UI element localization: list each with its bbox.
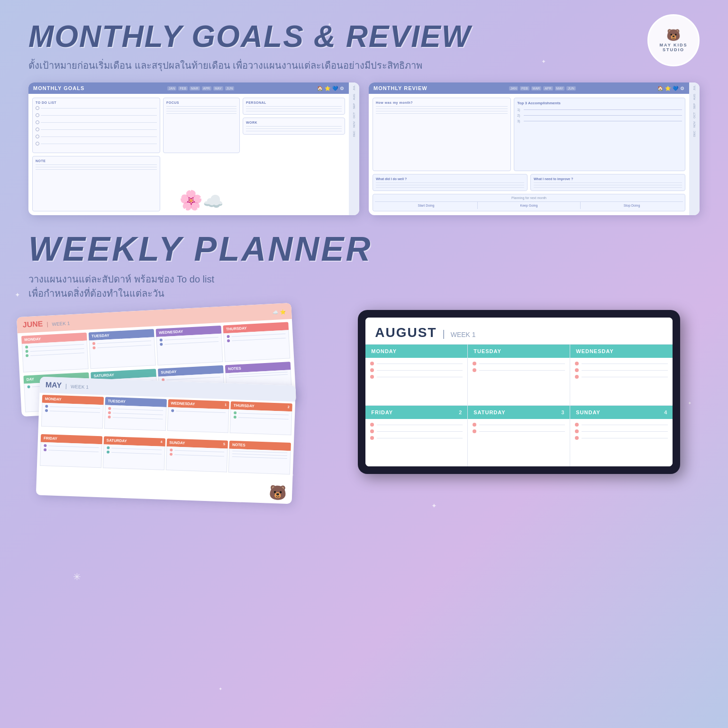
review-mar[interactable]: MAR — [531, 86, 542, 91]
august-divider: | — [443, 328, 445, 339]
aug-saturday-body — [468, 419, 570, 466]
stacked-planners: JUNE | WEEK 1 ☁️ ⭐ MONDAY — [28, 310, 329, 547]
dot — [234, 411, 237, 414]
aug-wednesday-col: WEDNESDAY — [570, 345, 673, 405]
june-month: JUNE — [22, 319, 43, 329]
aug-wednesday-name: WEDNESDAY — [576, 348, 614, 354]
how-month-lines — [376, 106, 508, 114]
review-sheet-inner: MONTHLY REVIEW JAN FEB MAR APR MAY JUN 🏠 — [369, 82, 700, 215]
need-improve-box: What I need to improve ? — [530, 174, 685, 191]
checkbox-1[interactable] — [36, 106, 39, 110]
review-settings-icon[interactable]: ⚙ — [680, 86, 684, 91]
pink-cloud-char: 🌸 — [179, 189, 203, 211]
review-sidebar-sep[interactable]: SEP — [692, 102, 697, 110]
review-sidebar-jul[interactable]: JUL — [692, 84, 697, 91]
checkbox-5[interactable] — [36, 135, 39, 138]
settings-icon[interactable]: ⚙ — [340, 86, 344, 91]
goals-header-icons: 🏠 ⭐ 💙 ⚙ — [317, 86, 344, 91]
dot — [171, 409, 174, 412]
june-week: WEEK 1 — [52, 320, 70, 327]
may-wednesday: WEDNESDAY 1 — [167, 399, 229, 439]
month-may[interactable]: MAY — [213, 86, 223, 91]
sidebar-sep[interactable]: SEP — [352, 102, 356, 110]
dot — [44, 444, 46, 447]
dot — [25, 346, 28, 348]
aug-sunday-num: 4 — [664, 410, 667, 415]
dot — [26, 354, 28, 357]
weekly-subtitle-line1: วางแผนงานแต่ละสัปดาห์ พร้อมช่อง To do li… — [28, 272, 700, 300]
logo-text-line1: MAY KIDS — [659, 43, 687, 47]
focus-label: FOCUS — [166, 101, 237, 104]
review-body: How was my month? Top 3 Accomplishments … — [369, 94, 689, 215]
dot — [169, 453, 172, 455]
tablet-frame: AUGUST | WEEK 1 MONDAY — [358, 310, 680, 474]
aug-dot — [575, 375, 579, 379]
review-feb[interactable]: FEB — [520, 86, 529, 91]
did-well-lines — [376, 182, 524, 188]
sidebar-jul[interactable]: JUL — [352, 84, 356, 91]
review-sidebar-dec[interactable]: DEC — [692, 130, 697, 138]
need-improve-lines — [534, 182, 682, 188]
dot — [92, 346, 95, 349]
aug-dot — [370, 375, 374, 379]
month-mar[interactable]: MAR — [190, 86, 200, 91]
dot — [45, 405, 48, 408]
month-jun[interactable]: JUN — [225, 86, 235, 91]
checkbox-3[interactable] — [36, 120, 39, 124]
heart-icon: 💙 — [332, 86, 338, 91]
blue-cloud-char: ☁️ — [203, 192, 224, 211]
sidebar-aug[interactable]: AUG — [352, 93, 356, 101]
review-apr[interactable]: APR — [543, 86, 553, 91]
review-header-title: MONTHLY REVIEW — [373, 85, 428, 91]
accomp-row-3: 3) — [517, 119, 682, 123]
sidebar-dec[interactable]: DEC — [352, 130, 356, 138]
month-feb[interactable]: FEB — [178, 86, 188, 91]
may-thursday-body — [230, 410, 292, 435]
may-sunday-body — [165, 446, 228, 472]
aug-sunday-name: SUNDAY — [576, 410, 600, 415]
checkbox-2[interactable] — [36, 113, 39, 117]
sidebar-oct[interactable]: OCT — [352, 111, 356, 119]
month-apr[interactable]: APR — [202, 86, 211, 91]
star-icon: ⭐ — [325, 86, 330, 91]
review-may[interactable]: MAY — [555, 86, 565, 91]
month-jan[interactable]: JAN — [167, 86, 176, 91]
june-monday: MONDAY — [21, 333, 89, 374]
aug-sunday-body — [570, 419, 673, 466]
accomp-row-2: 2) — [517, 114, 682, 117]
todo-label: TO DO LIST — [36, 101, 157, 104]
review-sidebar-nov[interactable]: NOV — [692, 120, 697, 128]
dot — [107, 451, 109, 454]
review-right-sidebar: JUL AUG SEP OCT NOV DEC — [689, 82, 700, 215]
aug-dot — [575, 362, 579, 365]
review-jun[interactable]: JUN — [566, 86, 576, 91]
aug-dot — [473, 429, 476, 433]
sidebar-nov[interactable]: NOV — [352, 120, 356, 128]
home-icon[interactable]: 🏠 — [317, 86, 323, 91]
aug-monday-body — [365, 358, 467, 405]
accomp-line-2 — [524, 115, 682, 116]
may-saturday-body — [103, 444, 165, 470]
review-sidebar-aug[interactable]: AUG — [692, 93, 697, 101]
did-well-title: What did I do well ? — [376, 177, 524, 181]
dot — [227, 339, 230, 342]
dot — [234, 416, 237, 419]
aug-dot — [575, 423, 579, 427]
june-cloud-icon: ☁️ — [273, 309, 279, 315]
monthly-review-sheet: MONTHLY REVIEW JAN FEB MAR APR MAY JUN 🏠 — [369, 82, 700, 215]
may-tuesday: TUESDAY — [104, 397, 166, 437]
accomp-num-2: 2) — [517, 114, 522, 117]
may-sunday: SUNDAY 5 — [165, 438, 228, 478]
checkbox-4[interactable] — [36, 127, 39, 131]
august-week: WEEK 1 — [451, 331, 476, 338]
todo-row-4 — [36, 127, 157, 131]
review-jan[interactable]: JAN — [509, 86, 518, 91]
checkbox-6[interactable] — [36, 142, 39, 146]
review-sidebar-oct[interactable]: OCT — [692, 111, 697, 119]
aug-dot — [473, 368, 476, 372]
review-home-icon[interactable]: 🏠 — [657, 86, 663, 91]
focus-lines — [166, 106, 237, 114]
weekly-section: WEEKLY PLANNER วางแผนงานแต่ละสัปดาห์ พร้… — [28, 229, 700, 547]
may-grid: MONDAY TUESDAY — [36, 393, 295, 483]
goals-body: TO DO LIST — [28, 94, 349, 215]
